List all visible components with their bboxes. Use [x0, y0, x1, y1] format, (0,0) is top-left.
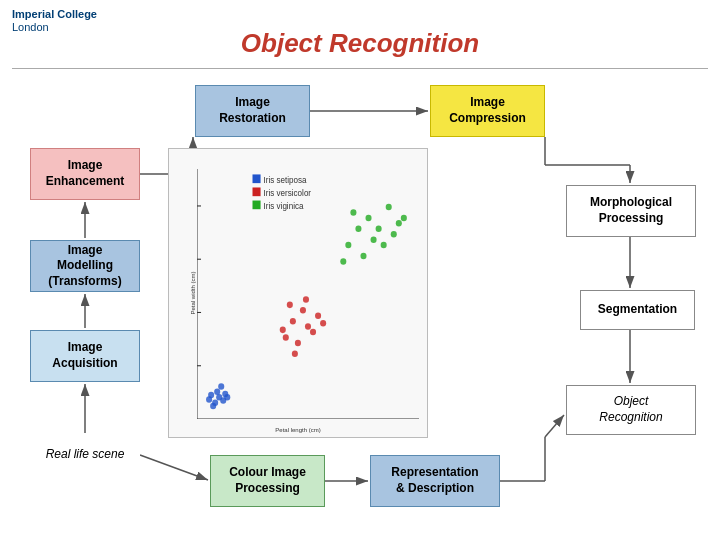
svg-point-59	[360, 253, 366, 260]
svg-point-40	[210, 403, 216, 410]
svg-point-57	[345, 242, 351, 249]
svg-point-53	[292, 351, 298, 358]
box-image-restoration: ImageRestoration	[195, 85, 310, 137]
svg-point-42	[218, 383, 224, 390]
svg-point-49	[300, 307, 306, 314]
svg-line-13	[140, 455, 208, 480]
svg-text:Iris viginica: Iris viginica	[264, 201, 304, 211]
box-real-life-scene: Real life scene	[30, 435, 140, 475]
svg-point-63	[376, 226, 382, 233]
page-title: Object Recognition	[0, 28, 720, 59]
svg-point-60	[366, 215, 372, 222]
svg-point-52	[315, 312, 321, 319]
svg-point-64	[381, 242, 387, 249]
svg-rect-72	[253, 187, 261, 196]
svg-point-43	[206, 396, 212, 403]
svg-point-47	[295, 340, 301, 347]
box-image-enhancement: ImageEnhancement	[30, 148, 140, 200]
chart-y-label: Petal width (cm)	[190, 271, 196, 314]
svg-point-50	[310, 329, 316, 336]
svg-point-39	[214, 389, 220, 396]
svg-point-58	[355, 226, 361, 233]
central-chart: Petal width (cm) Petal length (cm) 0 0.5…	[168, 148, 428, 438]
svg-point-68	[340, 258, 346, 265]
svg-point-46	[290, 318, 296, 325]
svg-text:Iris versicolor: Iris versicolor	[264, 188, 312, 198]
svg-point-48	[305, 323, 311, 330]
box-morphological-processing: MorphologicalProcessing	[566, 185, 696, 237]
logo-line1: Imperial College	[12, 8, 97, 21]
svg-point-66	[391, 231, 397, 238]
chart-x-label: Petal length (cm)	[275, 427, 320, 433]
svg-text:Iris setiposa: Iris setiposa	[264, 175, 307, 185]
box-representation-description: Representation& Description	[370, 455, 500, 507]
svg-point-69	[401, 215, 407, 222]
box-image-acquisition: ImageAcquisition	[30, 330, 140, 382]
svg-rect-70	[253, 174, 261, 183]
title-divider	[12, 68, 708, 69]
svg-point-61	[371, 236, 377, 243]
svg-rect-74	[253, 201, 261, 210]
svg-point-62	[350, 209, 356, 216]
svg-point-51	[287, 302, 293, 309]
box-image-modelling: ImageModelling(Transforms)	[30, 240, 140, 292]
svg-point-44	[222, 391, 228, 398]
svg-line-17	[545, 415, 564, 437]
svg-point-67	[396, 220, 402, 227]
svg-point-65	[386, 204, 392, 211]
svg-point-55	[280, 327, 286, 334]
box-image-compression: ImageCompression	[430, 85, 545, 137]
svg-point-54	[303, 296, 309, 303]
chart-svg: 0 0.5 1.0 1.5 2.0 0 1 2 3 4 5	[197, 169, 419, 419]
svg-point-45	[283, 334, 289, 341]
box-object-recognition: ObjectRecognition	[566, 385, 696, 435]
box-colour-image-processing: Colour ImageProcessing	[210, 455, 325, 507]
svg-point-56	[320, 320, 326, 327]
box-segmentation: Segmentation	[580, 290, 695, 330]
